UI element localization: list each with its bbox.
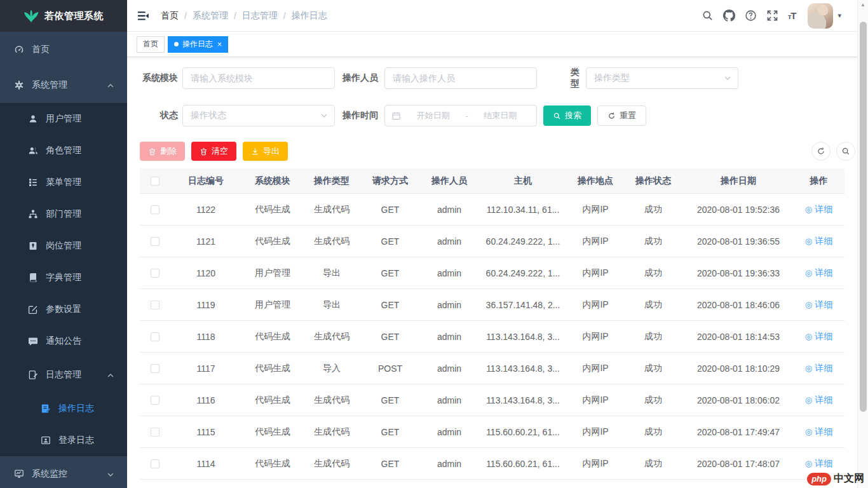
help-icon[interactable] xyxy=(745,10,757,22)
message-icon xyxy=(28,336,38,346)
close-icon[interactable]: × xyxy=(217,41,222,48)
date-range-picker[interactable]: 开始日期 - 结束日期 xyxy=(384,105,537,126)
column-search-button[interactable] xyxy=(836,142,855,161)
sidebar-toggle-icon[interactable] xyxy=(137,10,149,22)
main-area: 首页 / 系统管理 / 日志管理 / 操作日志 тT ▾ 首页 操作日志 × xyxy=(127,0,868,488)
sidebar-item-operation-log[interactable]: 操作日志 xyxy=(0,393,127,424)
sidebar-item-log-management[interactable]: 日志管理 xyxy=(0,357,127,393)
avatar[interactable] xyxy=(808,3,833,29)
search-icon[interactable] xyxy=(702,10,714,22)
cell-status: 成功 xyxy=(623,458,684,470)
row-checkbox[interactable] xyxy=(151,396,159,405)
reset-button[interactable]: 重置 xyxy=(597,105,646,126)
detail-link[interactable]: ◎详细 xyxy=(805,426,832,438)
sidebar-item-login-log[interactable]: 登录日志 xyxy=(0,424,127,456)
detail-link[interactable]: ◎详细 xyxy=(805,299,832,311)
status-select[interactable]: 操作状态 xyxy=(182,105,335,126)
action-cell: ◎详细 xyxy=(793,363,844,374)
row-checkbox[interactable] xyxy=(151,459,159,468)
cell-operator: admin xyxy=(421,268,478,278)
row-checkbox[interactable] xyxy=(151,269,159,278)
vertical-scrollbar[interactable]: ▲ xyxy=(857,0,868,488)
scrollbar-thumb[interactable] xyxy=(860,22,867,412)
github-icon[interactable] xyxy=(723,10,735,22)
detail-link[interactable]: ◎详细 xyxy=(805,236,832,247)
select-all-checkbox[interactable] xyxy=(151,177,159,186)
badge-icon xyxy=(28,241,38,251)
cell-host: 113.143.164.8, 3... xyxy=(478,395,568,405)
row-checkbox[interactable] xyxy=(151,205,159,214)
app-logo[interactable]: 若依管理系统 xyxy=(0,0,127,32)
search-icon xyxy=(841,147,850,156)
sidebar-item-post-management[interactable]: 岗位管理 xyxy=(0,230,127,262)
cell-method: POST xyxy=(360,363,421,374)
tag-operation-log[interactable]: 操作日志 × xyxy=(168,36,228,53)
sidebar-item-menu-management[interactable]: 菜单管理 xyxy=(0,166,127,198)
operation-log-icon xyxy=(41,403,51,414)
cell-date: 2020-08-01 17:48:07 xyxy=(684,459,793,469)
cell-id: 1117 xyxy=(170,363,241,374)
operator-input[interactable] xyxy=(384,67,537,89)
cell-module: 代码生成 xyxy=(241,458,304,470)
cell-status: 成功 xyxy=(623,363,684,374)
sidebar-item-user-management[interactable]: 用户管理 xyxy=(0,103,127,135)
active-dot xyxy=(174,42,179,46)
sidebar-item-dept-management[interactable]: 部门管理 xyxy=(0,198,127,230)
action-cell: ◎详细 xyxy=(793,426,844,438)
row-checkbox[interactable] xyxy=(151,237,159,246)
detail-link[interactable]: ◎详细 xyxy=(805,268,832,279)
row-checkbox[interactable] xyxy=(151,364,159,373)
sidebar-item-role-management[interactable]: 角色管理 xyxy=(0,135,127,166)
detail-link[interactable]: ◎详细 xyxy=(805,204,832,215)
scrollbar-up-arrow[interactable]: ▲ xyxy=(858,2,868,8)
tag-home[interactable]: 首页 xyxy=(137,36,165,53)
column-header: 请求方式 xyxy=(360,175,421,187)
cell-location: 内网IP xyxy=(568,331,623,342)
tag-label: 首页 xyxy=(143,39,158,50)
clear-button[interactable]: 清空 xyxy=(191,142,236,161)
cell-host: 115.60.60.21, 61... xyxy=(478,459,568,469)
cell-host: 36.157.141.48, 2... xyxy=(478,300,568,310)
row-checkbox[interactable] xyxy=(151,428,159,437)
breadcrumb-home[interactable]: 首页 xyxy=(161,10,179,22)
row-checkbox[interactable] xyxy=(151,301,159,309)
search-button[interactable]: 搜索 xyxy=(543,105,591,126)
detail-link[interactable]: ◎详细 xyxy=(805,363,832,374)
row-checkbox-cell xyxy=(140,428,170,437)
range-separator: - xyxy=(465,111,468,121)
operation-log-table: 日志编号系统模块操作类型请求方式操作人员主机操作地点操作状态操作日期操作 112… xyxy=(140,168,844,480)
cell-type: 生成代码 xyxy=(304,331,360,342)
module-input[interactable] xyxy=(182,67,335,89)
status-select-placeholder: 操作状态 xyxy=(191,110,320,121)
sidebar-item-config-management[interactable]: 参数设置 xyxy=(0,294,127,325)
table-row: 1118代码生成生成代码GETadmin113.143.164.8, 3...内… xyxy=(140,321,844,353)
action-cell: ◎详细 xyxy=(793,331,844,342)
export-button[interactable]: 导出 xyxy=(243,142,288,161)
sidebar-item-notice-management[interactable]: 通知公告 xyxy=(0,325,127,357)
delete-button[interactable]: 删除 xyxy=(140,142,185,161)
sidebar-item-dict-management[interactable]: 字典管理 xyxy=(0,262,127,294)
detail-link[interactable]: ◎详细 xyxy=(805,458,832,470)
row-checkbox[interactable] xyxy=(151,332,159,341)
refresh-button[interactable] xyxy=(811,142,831,161)
cell-type: 导出 xyxy=(304,268,360,279)
sidebar-item-label: 岗位管理 xyxy=(46,240,81,252)
user-menu[interactable]: ▾ xyxy=(808,3,841,29)
cell-host: 60.24.249.222, 1... xyxy=(478,236,568,247)
sidebar-item-system-monitor[interactable]: 系统监控 xyxy=(0,456,127,488)
sidebar-item-home[interactable]: 首页 xyxy=(0,32,127,67)
detail-link[interactable]: ◎详细 xyxy=(805,331,832,342)
cell-method: GET xyxy=(360,427,421,437)
search-icon xyxy=(553,112,561,120)
font-size-icon[interactable]: тT xyxy=(788,10,796,21)
cell-location: 内网IP xyxy=(568,236,623,247)
fullscreen-icon[interactable] xyxy=(766,10,778,22)
sidebar-item-system-management[interactable]: 系统管理 xyxy=(0,67,127,103)
php-logo: php xyxy=(807,473,831,485)
type-select[interactable]: 操作类型 xyxy=(586,67,738,89)
column-header: 操作地点 xyxy=(568,175,623,187)
detail-link[interactable]: ◎详细 xyxy=(805,395,832,406)
column-header: 日志编号 xyxy=(170,175,241,187)
app-title: 若依管理系统 xyxy=(44,10,104,22)
cell-id: 1119 xyxy=(170,300,241,310)
